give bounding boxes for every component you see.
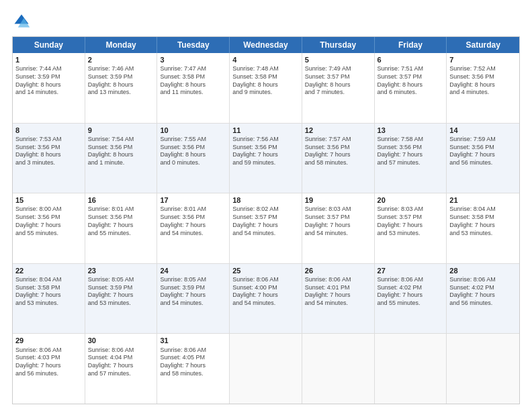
day-number: 19 — [305, 195, 371, 205]
calendar: SundayMondayTuesdayWednesdayThursdayFrid… — [12, 36, 520, 404]
day-info-line: and 57 minutes. — [378, 159, 444, 167]
day-info-line: Daylight: 7 hours — [15, 362, 82, 370]
day-info-line: Sunrise: 8:02 AM — [232, 205, 299, 214]
day-info-line: and 58 minutes. — [305, 159, 371, 167]
day-info-line: Sunset: 4:04 PM — [88, 354, 154, 362]
day-info-line: Daylight: 8 hours — [88, 81, 154, 89]
day-number: 5 — [305, 55, 371, 64]
day-cell-15: 15Sunrise: 8:00 AMSunset: 3:56 PMDayligh… — [13, 193, 85, 263]
day-number: 16 — [88, 195, 154, 205]
day-info-line: Sunset: 3:56 PM — [449, 73, 517, 81]
day-info-line: Sunset: 4:05 PM — [160, 354, 226, 362]
day-info-line: and 56 minutes. — [449, 159, 517, 167]
day-info-line: Sunrise: 7:55 AM — [160, 136, 226, 144]
day-info-line: Sunset: 3:57 PM — [305, 214, 371, 222]
day-info-line: Daylight: 7 hours — [305, 222, 371, 230]
day-info-line: Sunrise: 8:04 AM — [449, 205, 517, 214]
day-info-line: Sunset: 3:56 PM — [449, 144, 517, 152]
day-number: 25 — [232, 266, 299, 275]
day-number: 31 — [160, 336, 226, 345]
day-number: 21 — [449, 195, 517, 205]
day-number: 9 — [88, 126, 154, 135]
day-info-line: Sunset: 4:02 PM — [378, 284, 444, 292]
day-cell-29: 29Sunrise: 8:06 AMSunset: 4:03 PMDayligh… — [13, 334, 85, 404]
day-number: 22 — [15, 266, 82, 275]
day-number: 11 — [232, 126, 299, 135]
day-number: 23 — [88, 266, 154, 275]
day-info-line: Sunset: 3:57 PM — [378, 73, 444, 81]
day-info-line: Sunrise: 7:52 AM — [449, 65, 517, 73]
day-info-line: Daylight: 8 hours — [88, 151, 154, 159]
day-info-line: and 1 minute. — [88, 159, 154, 167]
day-cell-4: 4Sunrise: 7:48 AMSunset: 3:58 PMDaylight… — [230, 53, 302, 123]
day-info-line: Daylight: 7 hours — [15, 222, 82, 230]
day-info-line: Daylight: 7 hours — [449, 291, 517, 300]
day-info-line: Daylight: 7 hours — [378, 151, 444, 159]
header-cell-thursday: Thursday — [302, 37, 375, 53]
day-info-line: Sunset: 3:58 PM — [160, 73, 226, 81]
day-info-line: and 58 minutes. — [160, 370, 226, 378]
day-number: 8 — [15, 126, 82, 135]
header-cell-saturday: Saturday — [447, 37, 519, 53]
day-info-line: Sunset: 3:56 PM — [232, 144, 299, 152]
day-number: 2 — [88, 55, 154, 64]
calendar-row: 1Sunrise: 7:44 AMSunset: 3:59 PMDaylight… — [13, 53, 519, 124]
day-info-line: Daylight: 7 hours — [160, 222, 226, 230]
day-info-line: Sunrise: 8:01 AM — [160, 205, 226, 214]
day-info-line: Sunset: 3:59 PM — [160, 284, 226, 292]
day-info-line: and 54 minutes. — [160, 300, 226, 308]
day-info-line: Sunset: 4:02 PM — [449, 284, 517, 292]
day-info-line: and 54 minutes. — [232, 300, 299, 308]
day-info-line: Sunrise: 7:49 AM — [305, 65, 371, 73]
day-info-line: and 11 minutes. — [160, 89, 226, 97]
day-info-line: Sunrise: 8:05 AM — [88, 276, 154, 284]
day-info-line: Sunrise: 7:54 AM — [88, 136, 154, 144]
calendar-row: 29Sunrise: 8:06 AMSunset: 4:03 PMDayligh… — [13, 334, 519, 404]
day-info-line: Sunrise: 7:59 AM — [449, 136, 517, 144]
day-info-line: and 9 minutes. — [232, 89, 299, 97]
day-info-line: Sunset: 3:56 PM — [160, 214, 226, 222]
day-info-line: Daylight: 7 hours — [378, 222, 444, 230]
day-info-line: Daylight: 8 hours — [449, 81, 517, 89]
day-info-line: and 53 minutes. — [88, 300, 154, 308]
day-cell-18: 18Sunrise: 8:02 AMSunset: 3:57 PMDayligh… — [230, 193, 302, 263]
day-info-line: Daylight: 7 hours — [449, 222, 517, 230]
header-cell-sunday: Sunday — [13, 37, 85, 53]
day-info-line: Sunrise: 7:44 AM — [15, 65, 82, 73]
day-info-line: Sunrise: 7:57 AM — [305, 136, 371, 144]
day-info-line: Sunrise: 8:06 AM — [88, 347, 154, 355]
day-info-line: Sunrise: 7:58 AM — [378, 136, 444, 144]
empty-cell — [375, 334, 447, 404]
day-info-line: Daylight: 7 hours — [160, 291, 226, 300]
day-info-line: and 55 minutes. — [15, 230, 82, 238]
day-cell-22: 22Sunrise: 8:04 AMSunset: 3:58 PMDayligh… — [13, 264, 85, 334]
day-number: 14 — [449, 126, 517, 135]
day-info-line: Daylight: 7 hours — [88, 362, 154, 370]
day-info-line: Daylight: 8 hours — [232, 81, 299, 89]
calendar-header: SundayMondayTuesdayWednesdayThursdayFrid… — [13, 37, 519, 53]
day-info-line: Sunset: 3:57 PM — [305, 73, 371, 81]
day-cell-25: 25Sunrise: 8:06 AMSunset: 4:00 PMDayligh… — [230, 264, 302, 334]
day-cell-3: 3Sunrise: 7:47 AMSunset: 3:58 PMDaylight… — [157, 53, 230, 123]
day-info-line: Sunrise: 8:06 AM — [160, 347, 226, 355]
day-info-line: Sunset: 3:59 PM — [88, 73, 154, 81]
day-info-line: Sunset: 3:58 PM — [232, 73, 299, 81]
day-info-line: Daylight: 8 hours — [160, 151, 226, 159]
day-info-line: Daylight: 7 hours — [232, 291, 299, 300]
day-info-line: and 54 minutes. — [305, 300, 371, 308]
day-number: 6 — [378, 55, 444, 64]
day-info-line: Sunrise: 8:03 AM — [305, 205, 371, 214]
day-cell-2: 2Sunrise: 7:46 AMSunset: 3:59 PMDaylight… — [85, 53, 158, 123]
day-number: 18 — [232, 195, 299, 205]
day-cell-9: 9Sunrise: 7:54 AMSunset: 3:56 PMDaylight… — [85, 124, 158, 193]
day-info-line: Sunset: 3:57 PM — [378, 214, 444, 222]
day-info-line: Sunrise: 8:06 AM — [15, 347, 82, 355]
day-info-line: and 56 minutes. — [15, 370, 82, 378]
day-info-line: Sunrise: 7:46 AM — [88, 65, 154, 73]
day-info-line: and 59 minutes. — [232, 159, 299, 167]
day-info-line: Daylight: 7 hours — [305, 151, 371, 159]
day-info-line: Sunset: 3:58 PM — [449, 214, 517, 222]
day-cell-13: 13Sunrise: 7:58 AMSunset: 3:56 PMDayligh… — [375, 124, 447, 193]
day-info-line: Daylight: 7 hours — [88, 222, 154, 230]
day-info-line: Sunrise: 8:05 AM — [160, 276, 226, 284]
